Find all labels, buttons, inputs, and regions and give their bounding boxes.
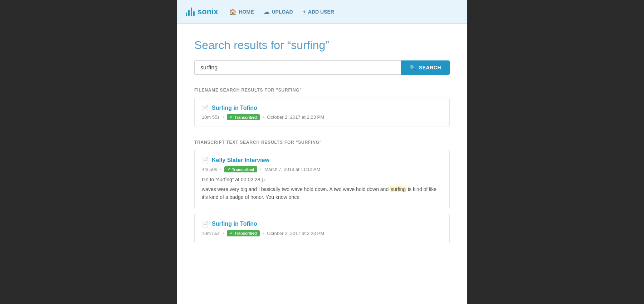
nav-add-user-label: ADD USER — [308, 9, 334, 15]
transcript-before-0: waves were very big and I basically two … — [202, 186, 390, 192]
filename-result-duration-0: 10m 55s — [202, 114, 220, 120]
filename-section-title: FILENAME SEARCH RESULTS FOR "SURFING" — [194, 88, 450, 93]
nav-upload-label: UPLOAD — [272, 9, 293, 15]
transcript-results-section: TRANSCRIPT TEXT SEARCH RESULTS FOR "SURF… — [194, 140, 450, 243]
filename-results-section: FILENAME SEARCH RESULTS FOR "SURFING" 📄 … — [194, 88, 450, 127]
transcript-result-title-0[interactable]: 📄 Kelly Slater Interview — [202, 157, 442, 163]
check-icon-t1: ✓ — [230, 231, 233, 236]
nav-upload[interactable]: ☁ UPLOAD — [264, 9, 293, 15]
search-button-label: SEARCH — [419, 65, 441, 70]
filename-result-date-0: October 2, 2017 at 2:23 PM — [267, 114, 324, 120]
transcript-result-duration-1: 10m 55s — [202, 231, 220, 236]
check-icon-t0: ✓ — [227, 167, 230, 172]
logo-icon — [186, 8, 195, 16]
goto-link-0[interactable]: Go to “surfing” at 00:02:28 ▷ — [202, 177, 442, 182]
transcript-result-name-1: Surfing in Tofino — [212, 221, 257, 227]
search-button[interactable]: 🔍 SEARCH — [401, 60, 450, 75]
filename-result-meta-0: 10m 55s • ✓ Transcribed • October 2, 201… — [202, 114, 442, 120]
play-icon-0[interactable]: ▷ — [262, 177, 266, 182]
file-icon-0: 📄 — [202, 104, 209, 111]
search-icon: 🔍 — [410, 65, 416, 70]
check-icon-0: ✓ — [230, 115, 233, 119]
main-content: Search results for “surfing” 🔍 SEARCH FI… — [177, 24, 467, 304]
filename-transcribed-badge-0: ✓ Transcribed — [227, 114, 259, 120]
transcript-result-card-1: 📄 Surfing in Tofino 10m 55s • ✓ Transcri… — [194, 214, 450, 243]
logo[interactable]: sonix — [186, 7, 218, 16]
search-bar: 🔍 SEARCH — [194, 60, 450, 75]
transcript-transcribed-badge-1: ✓ Transcribed — [227, 230, 259, 236]
transcript-highlight-0: surfing — [390, 186, 406, 192]
transcript-result-date-0: March 7, 2018 at 11:12 AM — [264, 167, 320, 172]
transcript-section-title: TRANSCRIPT TEXT SEARCH RESULTS FOR "SURF… — [194, 140, 450, 145]
transcript-result-card-0: 📄 Kelly Slater Interview 4m 50s • ✓ Tran… — [194, 150, 450, 208]
logo-text: sonix — [197, 7, 218, 16]
dot-0: • — [223, 114, 224, 120]
app-header: sonix 🏠 HOME ☁ UPLOAD + ADD USER — [177, 0, 467, 24]
transcript-transcribed-badge-0: ✓ Transcribed — [224, 166, 257, 172]
transcript-result-meta-0: 4m 50s • ✓ Transcribed • March 7, 2018 a… — [202, 166, 442, 172]
home-icon: 🏠 — [229, 9, 236, 15]
upload-icon: ☁ — [264, 9, 269, 15]
nav-home-label: HOME — [239, 9, 254, 15]
goto-text-0: Go to “surfing” at 00:02:28 — [202, 177, 260, 182]
filename-result-name-0: Surfing in Tofino — [212, 105, 257, 111]
main-nav: 🏠 HOME ☁ UPLOAD + ADD USER — [229, 9, 458, 15]
filename-result-card-0: 📄 Surfing in Tofino 10m 55s • ✓ Transcri… — [194, 98, 450, 127]
filename-result-title-0[interactable]: 📄 Surfing in Tofino — [202, 104, 442, 111]
page-title: Search results for “surfing” — [194, 39, 450, 52]
file-icon-t1: 📄 — [202, 221, 209, 227]
search-input[interactable] — [194, 60, 401, 75]
transcript-result-meta-1: 10m 55s • ✓ Transcribed • October 2, 201… — [202, 230, 442, 236]
nav-add-user[interactable]: + ADD USER — [303, 9, 334, 15]
nav-home[interactable]: 🏠 HOME — [229, 9, 254, 15]
dot-1: • — [263, 114, 264, 120]
file-icon-t0: 📄 — [202, 157, 209, 163]
transcript-result-date-1: October 2, 2017 at 2:23 PM — [267, 231, 324, 236]
add-user-plus-icon: + — [303, 9, 306, 15]
transcript-result-name-0: Kelly Slater Interview — [212, 157, 269, 163]
transcript-result-duration-0: 4m 50s — [202, 167, 217, 172]
transcript-result-title-1[interactable]: 📄 Surfing in Tofino — [202, 221, 442, 227]
transcript-text-0: waves were very big and I basically two … — [202, 185, 442, 201]
